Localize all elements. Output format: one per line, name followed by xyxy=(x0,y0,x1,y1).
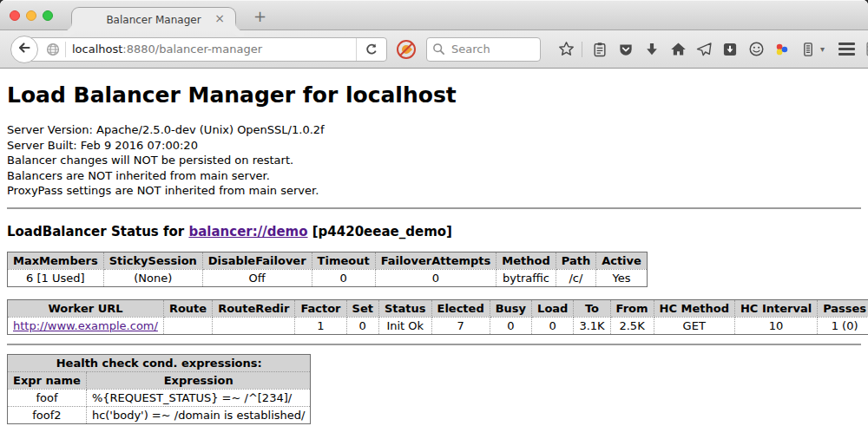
table-header-row: Worker URL Route RouteRedir Factor Set S… xyxy=(8,299,868,317)
cell-expression: hc('body') =~ /domain is established/ xyxy=(86,406,311,423)
inherit-notice-line: Balancers are NOT inherited from main se… xyxy=(7,168,861,184)
page-title: Load Balancer Manager for localhost xyxy=(7,82,861,108)
cell-worker-url: http://www.example.com/ xyxy=(8,317,164,334)
cell-method: bytraffic xyxy=(496,269,556,286)
balancer-demo-link[interactable]: balancer://demo xyxy=(188,224,307,239)
search-input[interactable] xyxy=(450,42,531,56)
cell-path: /c/ xyxy=(556,269,595,286)
clipboard-icon xyxy=(591,41,608,58)
server-version-line: Server Version: Apache/2.5.0-dev (Unix) … xyxy=(7,122,861,138)
balancer-settings-table: MaxMembers StickySession DisableFailover… xyxy=(7,252,648,287)
reload-icon xyxy=(365,43,378,56)
col-route: Route xyxy=(163,299,212,317)
cell-from: 2.5K xyxy=(610,317,654,334)
hamburger-menu-button[interactable] xyxy=(838,43,855,56)
download-panel-button[interactable] xyxy=(719,38,741,61)
tab-close-icon[interactable]: × xyxy=(214,11,225,25)
grid-icon xyxy=(865,40,868,58)
cell-hc-method: GET xyxy=(654,317,734,334)
col-method: Method xyxy=(496,252,556,269)
worker-table: Worker URL Route RouteRedir Factor Set S… xyxy=(7,299,868,335)
url-bar[interactable]: localhost:8880/balancer-manager xyxy=(24,37,387,62)
title-bar: Balancer Manager × + xyxy=(0,0,868,30)
col-to: To xyxy=(574,299,610,317)
cell-status: Init Ok xyxy=(378,317,431,334)
table-row: http://www.example.com/ 1 0 Init Ok 7 0 … xyxy=(8,317,868,334)
star-icon xyxy=(557,40,575,58)
pocket-icon xyxy=(617,41,635,58)
cell-stickysession: (None) xyxy=(103,269,202,286)
browser-window: Balancer Manager × + localhost:8880/bala… xyxy=(0,0,868,426)
close-window-button[interactable] xyxy=(10,10,20,21)
back-icon xyxy=(17,41,31,58)
minimize-window-button[interactable] xyxy=(26,10,36,21)
cell-to: 3.1K xyxy=(574,317,610,334)
cell-routeredir xyxy=(213,317,295,334)
table-header-row: MaxMembers StickySession DisableFailover… xyxy=(8,252,648,269)
traffic-lights xyxy=(10,10,53,21)
reload-button[interactable] xyxy=(356,38,386,61)
cell-expr-name: foof xyxy=(8,389,87,406)
col-busy: Busy xyxy=(490,299,531,317)
col-factor: Factor xyxy=(295,299,346,317)
feedback-button[interactable] xyxy=(745,38,767,61)
cell-maxmembers: 6 [1 Used] xyxy=(8,269,104,286)
url-separator xyxy=(65,42,66,57)
cell-active: Yes xyxy=(596,269,648,286)
notes-extension-button[interactable] xyxy=(797,38,819,61)
col-elected: Elected xyxy=(431,299,490,317)
col-set: Set xyxy=(346,299,378,317)
table-title-row: Health check cond. expressions: xyxy=(8,354,311,371)
persist-notice-line: Balancer changes will NOT be persisted o… xyxy=(7,153,861,168)
tab-title: Balancer Manager xyxy=(106,14,201,26)
heading-prefix: LoadBalancer Status for xyxy=(7,224,188,239)
clipboard-button[interactable] xyxy=(589,38,611,61)
bookmark-star-button[interactable] xyxy=(555,38,577,61)
col-path: Path xyxy=(556,252,595,269)
table-row: 6 [1 Used] (None) Off 0 0 bytraffic /c/ … xyxy=(8,269,648,286)
download-panel-icon xyxy=(721,41,739,58)
dropdown-chevron-icon[interactable]: ▾ xyxy=(820,44,825,54)
heading-suffix: [p4420eeae_demo] xyxy=(308,224,452,239)
zoom-window-button[interactable] xyxy=(43,10,53,21)
toolbar-separator xyxy=(582,42,582,57)
cell-expression: %{REQUEST_STATUS} =~ /^[234]/ xyxy=(86,389,311,406)
divider xyxy=(7,344,861,345)
back-button[interactable] xyxy=(10,36,38,63)
cell-elected: 7 xyxy=(431,317,490,334)
grid-sidebar-button[interactable] xyxy=(862,38,868,61)
table-row: foof %{REQUEST_STATUS} =~ /^[234]/ xyxy=(8,389,311,406)
notes-icon xyxy=(799,41,817,58)
cell-hc-interval: 10 xyxy=(734,317,817,334)
col-failoverattempts: FailoverAttempts xyxy=(375,252,496,269)
col-timeout: Timeout xyxy=(312,252,375,269)
col-hc-method: HC Method xyxy=(654,299,734,317)
send-page-button[interactable] xyxy=(693,38,715,61)
downloads-button[interactable] xyxy=(641,38,663,61)
cell-set: 0 xyxy=(346,317,378,334)
page-content: Load Balancer Manager for localhost Serv… xyxy=(0,82,868,426)
col-maxmembers: MaxMembers xyxy=(8,252,104,269)
loadbalancer-status-heading: LoadBalancer Status for balancer://demo … xyxy=(7,224,861,239)
col-hc-interval: HC Interval xyxy=(734,299,817,317)
cell-expr-name: foof2 xyxy=(8,406,87,423)
home-icon xyxy=(669,40,687,58)
globe-icon xyxy=(46,43,60,56)
cell-busy: 0 xyxy=(490,317,531,334)
pocket-button[interactable] xyxy=(615,38,637,61)
url-host: localhost xyxy=(72,43,122,56)
cell-factor: 1 xyxy=(295,317,346,334)
cell-disablefailover: Off xyxy=(202,269,312,286)
flash-blocked-icon[interactable] xyxy=(397,40,416,59)
nav-toolbar: localhost:8880/balancer-manager xyxy=(0,30,868,69)
home-button[interactable] xyxy=(667,38,689,61)
col-active: Active xyxy=(596,252,648,269)
cell-load: 0 xyxy=(532,317,574,334)
proxypass-notice-line: ProxyPass settings are NOT inherited fro… xyxy=(7,183,861,199)
worker-url-link[interactable]: http://www.example.com/ xyxy=(13,319,158,332)
search-bar[interactable] xyxy=(426,37,541,62)
colored-dots-extension-button[interactable] xyxy=(771,38,793,61)
new-tab-button[interactable]: + xyxy=(253,7,266,25)
cell-passes: 1 (0) xyxy=(818,317,868,334)
tab-balancer-manager[interactable]: Balancer Manager × xyxy=(71,7,236,31)
